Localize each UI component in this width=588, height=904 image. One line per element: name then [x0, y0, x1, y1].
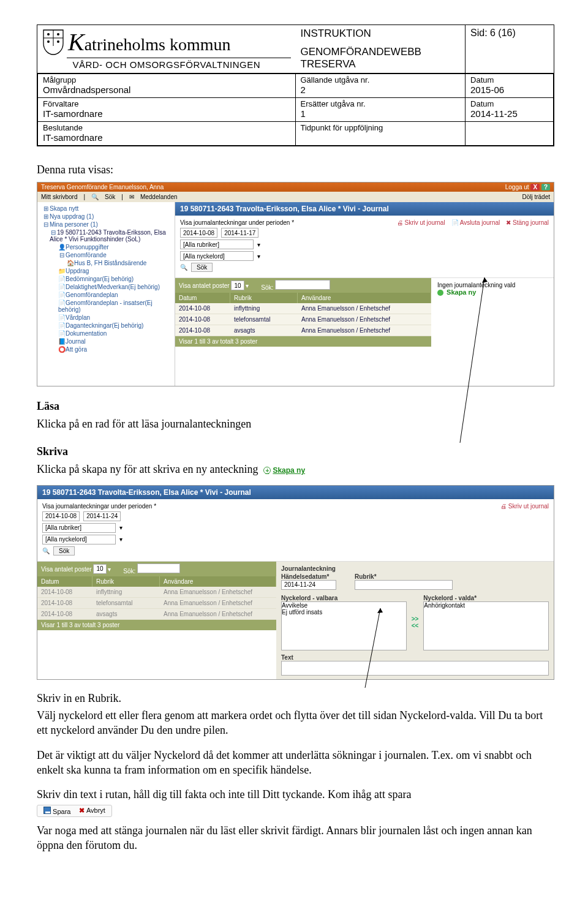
tree-item[interactable]: ⭕Att göra: [41, 345, 171, 353]
th-user[interactable]: Användare: [298, 293, 431, 303]
end-journal-link[interactable]: 📄 Avsluta journal: [451, 219, 500, 226]
menubar-item[interactable]: Sök: [105, 194, 115, 200]
rubriker-select[interactable]: [Alla rubriker]: [42, 523, 116, 533]
journal-entry-label: Journalanteckning: [281, 565, 336, 572]
table-search-input[interactable]: [137, 563, 180, 573]
table-row[interactable]: 2014-10-08avsagtsAnna Emanuelsson / Enhe…: [175, 325, 431, 336]
close-icon[interactable]: X: [530, 184, 540, 190]
search-icon: 🔍: [180, 264, 187, 271]
print-journal-link[interactable]: 🖨 Skriv ut journal: [397, 219, 445, 226]
close-journal-link[interactable]: ✖ Stäng journal: [506, 219, 549, 226]
list-item[interactable]: Avvikelse: [282, 602, 406, 609]
rubriker-select[interactable]: [Alla rubriker]: [180, 239, 254, 249]
intro-text: Denna ruta visas:: [37, 162, 554, 177]
menubar-item[interactable]: Meddelanden: [140, 194, 178, 200]
pager-bar: Visa antalet poster 10 ▾ Sök:: [175, 278, 431, 293]
table-search-input[interactable]: [275, 280, 330, 290]
date-to-input[interactable]: 2014-11-24: [83, 511, 121, 521]
skriva-text: Klicka på skapa ny för att skriva en ny …: [37, 462, 554, 476]
page-number: Sid: 6 (16): [465, 25, 554, 73]
gallande-value: 2: [301, 85, 461, 95]
doc-system-1: GENOMFÖRANDEWEBB: [301, 46, 461, 58]
beslutande-value: IT-samordnare: [43, 132, 290, 143]
skapa-ny-inline-icon: +Skapa ny: [263, 465, 305, 475]
app-menubar: Mitt skrivbord | 🔍 Sök | ✉ Meddelanden D…: [37, 192, 554, 202]
tree-item[interactable]: 📄Genomförandeplan: [41, 291, 171, 299]
ersatter-label: Ersätter utgåva nr.: [301, 99, 461, 108]
nyckelord-select[interactable]: [Alla nyckelord]: [42, 535, 116, 544]
malgrupp-value: Omvårdnadspersonal: [43, 85, 290, 95]
person-icon: 👤: [58, 244, 66, 250]
tree-item[interactable]: ⊞Nya uppdrag (1): [41, 213, 171, 220]
move-left-button[interactable]: <<: [412, 622, 419, 629]
svg-point-2: [47, 33, 50, 36]
page-size-select[interactable]: 10: [93, 564, 106, 574]
search-button[interactable]: Sök: [53, 546, 75, 556]
datum2-label: Datum: [470, 99, 548, 108]
search-icon[interactable]: 🔍: [91, 194, 99, 200]
tree-item[interactable]: 📄Daganteckningar(Ej behörig): [41, 322, 171, 330]
journal-title-bar: 19 580711-2643 Travolta-Eriksson, Elsa A…: [175, 202, 554, 216]
datum1-label: Datum: [470, 75, 548, 85]
tree-item[interactable]: 📄Vårdplan: [41, 314, 171, 322]
tree-item-person[interactable]: ⊟19 580711-2043 Travolta-Eriksson, Elsa …: [41, 228, 171, 243]
text-input[interactable]: [281, 661, 549, 676]
menubar-item[interactable]: Mitt skrivbord: [41, 194, 77, 200]
pager-label: Visa antalet poster: [41, 565, 92, 572]
create-new-link[interactable]: Skapa ny: [437, 288, 548, 296]
help-icon[interactable]: ?: [541, 184, 550, 190]
save-button[interactable]: Spara: [43, 807, 70, 815]
keywords-selected-list[interactable]: Anhörigkontakt: [423, 601, 549, 650]
filter-label: Visa journalanteckningar under perioden …: [180, 219, 294, 226]
tree-item[interactable]: 📁Uppdrag: [41, 267, 171, 275]
logout-link[interactable]: Logga ut: [505, 184, 529, 190]
tree-item[interactable]: 🏠Hus B, FH Biståndsärende: [41, 259, 171, 267]
tree-item[interactable]: 👤Personuppgifter: [41, 243, 171, 251]
svg-point-4: [47, 40, 50, 43]
nyckelord-select[interactable]: [Alla nyckelord]: [180, 251, 254, 261]
tree-item[interactable]: 📄Delaktighet/Medverkan(Ej behörig): [41, 283, 171, 291]
table-row[interactable]: 2014-10-08inflyttningAnna Emanuelsson / …: [37, 587, 276, 598]
sub-department: VÅRD- OCH OMSORGSFÖRVALTNINGEN: [42, 59, 291, 70]
rubrik-input[interactable]: [355, 580, 453, 590]
tree-item[interactable]: 📄Bedömningar(Ej behörig): [41, 275, 171, 283]
move-right-button[interactable]: >>: [412, 616, 419, 622]
search-button[interactable]: Sök: [191, 263, 213, 272]
cancel-button[interactable]: ✖ Avbryt: [79, 807, 105, 815]
tree-item[interactable]: 📄Genomförandeplan - insatser(Ej behörig): [41, 299, 171, 314]
event-date-input[interactable]: 2014-11-24: [281, 580, 336, 590]
save-cancel-toolbar: Spara ✖ Avbryt: [37, 805, 112, 817]
tree-item-journal[interactable]: 📘Journal: [41, 337, 171, 345]
rubrik-label: Rubrik*: [355, 573, 549, 580]
list-item[interactable]: Anhörigkontakt: [424, 602, 548, 609]
page-size-select[interactable]: 10: [231, 281, 244, 290]
pager-label: Visa antalet poster: [179, 282, 230, 289]
date-from-input[interactable]: 2014-10-08: [180, 228, 217, 238]
list-item[interactable]: Ej utförd insats: [282, 609, 406, 616]
skriva-heading: Skriva: [37, 445, 554, 458]
th-rubrik[interactable]: Rubrik: [230, 293, 298, 303]
folder-icon: 📁: [58, 268, 66, 274]
tree-panel: ⊞Skapa nytt ⊞Nya uppdrag (1) ⊟Mina perso…: [37, 202, 175, 386]
tree-item[interactable]: ⊟Genomförande: [41, 251, 171, 259]
date-from-input[interactable]: 2014-10-08: [42, 511, 80, 521]
mail-icon: ✉: [129, 194, 134, 200]
table-row[interactable]: 2014-10-08telefonsamtalAnna Emanuelsson …: [37, 598, 276, 609]
event-date-label: Händelsedatum*: [281, 573, 336, 580]
tree-item[interactable]: ⊟Mina personer (1): [41, 220, 171, 228]
table-row[interactable]: 2014-10-08telefonsamtalAnna Emanuelsson …: [175, 314, 431, 325]
table-row[interactable]: 2014-10-08inflyttningAnna Emanuelsson / …: [175, 303, 431, 314]
tree-item[interactable]: 📄Dokumentation: [41, 330, 171, 337]
save-icon: [43, 807, 51, 814]
tree-item[interactable]: ⊞Skapa nytt: [41, 205, 171, 213]
cancel-icon: ✖: [79, 807, 85, 814]
print-journal-link[interactable]: 🖨 Skriv ut journal: [500, 503, 549, 510]
hide-tree-link[interactable]: Dölj trädet: [522, 194, 550, 200]
app-topbar: Treserva Genomförande Emanuelsson, Anna …: [37, 183, 554, 192]
datum1-value: 2015-06: [470, 85, 548, 95]
svg-point-5: [57, 40, 59, 43]
keywords-available-list[interactable]: Avvikelse Ej utförd insats: [281, 601, 407, 650]
date-to-input[interactable]: 2014-11-17: [221, 228, 258, 238]
table-row[interactable]: 2014-10-08avsagtsAnna Emanuelsson / Enhe…: [37, 609, 276, 620]
th-date[interactable]: Datum: [175, 293, 230, 303]
